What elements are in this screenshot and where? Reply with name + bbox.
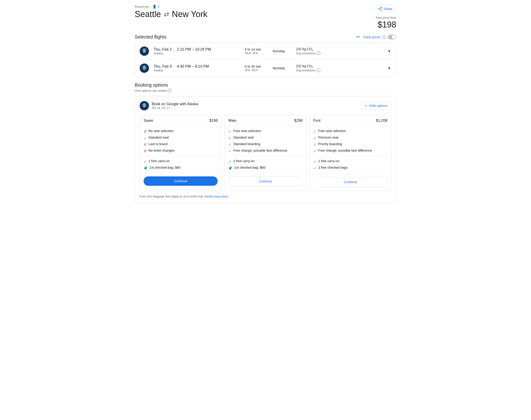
feature-last-to-board-label: Last to board — [149, 142, 168, 146]
airline-logo-2: AS — [140, 63, 149, 73]
feature-checked-bags-first: ✓ 2 free checked bags — [313, 166, 387, 170]
check-icon: ✓ — [144, 136, 147, 140]
feature-no-ticket-changes-label: No ticket changes — [149, 149, 174, 152]
fare-main-features: ✓ Free seat selection ✓ Standard seat ✓ … — [225, 126, 306, 156]
chevron-up-icon — [364, 104, 368, 107]
fare-main-baggage: ✓ 1 free carry-on 🧳 1st checked bag: $60 — [225, 156, 306, 173]
feature-free-seat-main-label: Free seat selection — [233, 129, 261, 133]
fare-options: Saver $198 ✗ No seat selection ✓ Standar… — [140, 115, 391, 191]
flight-2-expand-button[interactable]: ▾ — [387, 64, 391, 72]
check-icon-main-3: ✓ — [228, 142, 231, 147]
feature-carryon-saver-label: 1 free carry-on — [149, 159, 170, 163]
feature-checked-bags-first-label: 2 free checked bags — [318, 166, 348, 169]
x-icon-3: ✗ — [144, 149, 147, 153]
svg-text:AS: AS — [143, 106, 146, 107]
feature-standard-boarding-label: Standard boarding — [233, 142, 260, 146]
continue-first-button[interactable]: Continue — [313, 177, 387, 187]
fare-saver-footer: Continue — [140, 173, 221, 189]
footer-note-text: Fare and baggage fees apply to your enti… — [140, 195, 204, 198]
feature-priority-boarding-first: ✓ Priority boarding — [313, 142, 387, 147]
flight-1-expand-button[interactable]: ▾ — [387, 47, 391, 55]
route-title: Seattle ⇄ New York — [135, 9, 207, 19]
flight-2-time: 4:40 PM – 8:10 PM — [177, 64, 209, 68]
fare-saver-header: Saver $198 — [140, 115, 221, 126]
check-icon-carryon: ✓ — [144, 159, 147, 164]
feature-carryon-saver: ✓ 1 free carry-on — [144, 159, 218, 164]
feature-carryon-first: ✓ 1 free carry-on — [313, 159, 387, 164]
check-icon-first-1: ✓ — [313, 129, 316, 134]
x-icon: ✗ — [144, 129, 147, 134]
flight-2-duration: 6 hr 30 min JFK–SEA — [245, 65, 268, 72]
origin-city: Seattle — [135, 9, 161, 19]
check-icon-main-4: ✓ — [228, 149, 231, 153]
airline-logo-1: AS — [140, 46, 149, 56]
feature-standard-seat-main: ✓ Standard seat — [228, 135, 302, 140]
fare-main-price: $298 — [294, 119, 303, 123]
feature-free-change-main: ✓ Free change, possible fare difference — [228, 149, 302, 153]
fare-main-footer: Continue — [225, 173, 306, 190]
continue-main-button[interactable]: Continue — [228, 176, 302, 186]
feature-standard-seat: ✓ Standard seat — [144, 135, 218, 140]
feature-no-seat-label: No seat selection — [149, 129, 173, 133]
feature-carryon-first-label: 1 free carry-on — [318, 159, 340, 163]
flight-2-airline: Alaska — [154, 69, 240, 72]
feature-last-to-board: ✗ Last to board — [144, 142, 218, 147]
fare-saver-name: Saver — [144, 119, 153, 123]
destination-city: New York — [172, 9, 207, 19]
feature-premium-seat-first: ✓ Premium seat — [313, 135, 387, 140]
fare-main-name: Main — [228, 119, 236, 123]
ranking-info-icon[interactable]: i — [168, 89, 172, 92]
flight-2-duration-value: 6 hr 30 min — [245, 65, 268, 68]
feature-checked-bag-main-label: 1st checked bag: $60 — [234, 166, 265, 169]
flight-1-emissions-label: Avg emissions i — [296, 51, 382, 55]
footer-note: Fare and baggage fees apply to your enti… — [140, 195, 391, 198]
share-button[interactable]: Share — [374, 5, 396, 13]
booking-airline-code: AS 16, AS 17 — [152, 106, 198, 110]
booking-airline: AS Book on Google with Alaska AS 16, AS … — [140, 101, 198, 110]
fare-first-features: ✓ Free seat selection ✓ Premium seat ✓ P… — [310, 126, 391, 156]
flight-1-duration-value: 5 hr 14 min — [245, 48, 268, 51]
fare-first-baggage: ✓ 1 free carry-on ✓ 2 free checked bags — [310, 156, 391, 173]
hide-options-button[interactable]: Hide options — [360, 102, 391, 110]
booking-options-section: Booking options How options are ranked i… — [135, 82, 396, 203]
fare-main-header: Main $298 — [225, 115, 306, 126]
ranking-label: How options are ranked — [135, 89, 167, 92]
continue-saver-button[interactable]: Continue — [144, 176, 218, 186]
booking-header: AS Book on Google with Alaska AS 16, AS … — [140, 101, 391, 110]
flight-1-duration: 5 hr 14 min SEA–JFK — [245, 48, 268, 55]
flight-2-emissions: 232 kg CO2 Avg emissions i — [296, 64, 382, 72]
price-section: Total price from $198 — [375, 16, 396, 30]
total-price-label: Total price from — [375, 16, 396, 19]
feature-no-seat-selection: ✗ No seat selection — [144, 129, 218, 134]
check-icon-carryon-first: ✓ — [313, 159, 316, 164]
flight-1-info: Thu, Feb 2 · 2:15 PM – 10:29 PM Alaska — [154, 47, 240, 55]
fare-card-first: First $1,208 ✓ Free seat selection ✓ Pre… — [309, 115, 391, 191]
track-prices-toggle[interactable] — [388, 35, 396, 39]
flights-container: AS Thu, Feb 2 · 2:15 PM – 10:29 PM Alask… — [135, 43, 396, 77]
track-prices-label[interactable]: Track prices — [363, 35, 380, 39]
feature-checked-bag-saver-label: 1st checked bag: $60 — [149, 166, 181, 169]
flight-1-route: SEA–JFK — [245, 51, 268, 55]
flight-2-date: Thu, Feb 9 — [154, 64, 172, 68]
feature-premium-seat-label: Premium seat — [318, 135, 338, 139]
feature-free-seat-first: ✓ Free seat selection — [313, 129, 387, 134]
alaska-logo-icon: AS — [141, 47, 148, 55]
alaska-bag-policy-link[interactable]: Alaska bag policy — [204, 195, 228, 198]
hide-options-label: Hide options — [369, 104, 387, 107]
flight-2-emissions-label: Avg emissions i — [296, 68, 382, 72]
feature-free-change-first: ✓ Free change, possible fare difference — [313, 149, 387, 153]
x-icon-2: ✗ — [144, 142, 147, 147]
flight-1-airline: Alaska — [154, 52, 240, 55]
track-prices-info-icon[interactable]: i — [382, 35, 386, 39]
check-icon-main-2: ✓ — [228, 136, 231, 140]
fare-card-main: Main $298 ✓ Free seat selection ✓ Standa… — [224, 115, 306, 191]
flight-1-stops: Nonstop — [273, 49, 291, 53]
svg-text:AS: AS — [143, 68, 146, 70]
total-price-value: $198 — [375, 20, 396, 30]
share-label: Share — [384, 7, 392, 11]
route-arrow-icon: ⇄ — [164, 11, 169, 18]
feature-free-seat-main: ✓ Free seat selection — [228, 129, 302, 134]
feature-checked-bag-saver: 🧳 1st checked bag: $60 — [144, 166, 218, 170]
emissions-info-icon-2[interactable]: i — [317, 68, 320, 72]
emissions-info-icon[interactable]: i — [317, 51, 320, 55]
